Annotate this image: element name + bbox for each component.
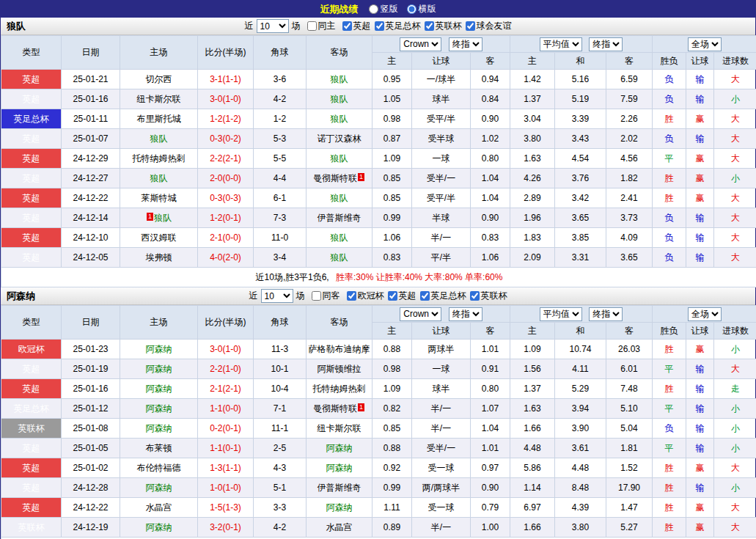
layout-radio[interactable]: [369, 4, 378, 14]
team-link[interactable]: 布伦特福德: [137, 463, 181, 473]
match-date: 24-12-19: [62, 518, 120, 538]
avg-final-select[interactable]: 终指: [589, 307, 623, 321]
team-link[interactable]: 狼队: [331, 153, 348, 164]
team-link[interactable]: 诺丁汉森林: [318, 133, 362, 144]
home-team: 阿森纳: [120, 399, 198, 419]
scope-select[interactable]: 全场: [688, 37, 722, 51]
avg-final-select[interactable]: 终指: [589, 37, 623, 51]
match-score[interactable]: 1-5(1-3): [198, 498, 254, 518]
league-filter[interactable]: 英联杯: [470, 290, 507, 302]
league-filter[interactable]: 英足总杯: [375, 20, 421, 32]
corner-count: 10-1: [254, 359, 307, 379]
match-score[interactable]: 3-0(1-0): [198, 340, 254, 359]
avg-source-select[interactable]: 平均值: [540, 307, 582, 321]
avg-source-select[interactable]: 平均值: [540, 37, 582, 51]
league-checkbox[interactable]: [420, 291, 430, 301]
match-score[interactable]: 1-3(1-1): [198, 458, 254, 478]
team-link[interactable]: 狼队: [331, 252, 348, 263]
team-link[interactable]: 西汉姆联: [142, 232, 177, 243]
league-checkbox[interactable]: [470, 291, 480, 301]
league-checkbox[interactable]: [375, 21, 384, 31]
league-filter[interactable]: 球会友谊: [466, 20, 512, 32]
match-score[interactable]: 2-2(2-1): [198, 149, 254, 169]
team-link[interactable]: 阿森纳: [326, 463, 353, 473]
match-score[interactable]: 3-0(1-0): [198, 89, 254, 109]
team-link[interactable]: 阿森纳: [146, 364, 172, 374]
match-score[interactable]: 2-2(1-0): [198, 359, 254, 379]
same-venue-checkbox[interactable]: [307, 21, 317, 31]
team-link[interactable]: 纽卡斯尔联: [137, 94, 181, 104]
team-link[interactable]: 纽卡斯尔联: [318, 423, 362, 433]
league-filter[interactable]: 欧冠杯: [347, 290, 384, 302]
match-score[interactable]: 1-0(1-0): [198, 478, 254, 498]
match-score[interactable]: 3-2(0-1): [198, 518, 254, 538]
match-count-select[interactable]: 10: [257, 19, 289, 33]
team-link[interactable]: 伊普斯维奇: [318, 213, 362, 223]
team-link[interactable]: 埃弗顿: [146, 252, 172, 263]
team-link[interactable]: 曼彻斯特联: [313, 173, 357, 183]
team-link[interactable]: 阿森纳: [326, 502, 353, 513]
league-checkbox[interactable]: [425, 21, 434, 31]
scope-select[interactable]: 全场: [688, 307, 722, 321]
team-link[interactable]: 狼队: [154, 213, 172, 223]
match-score[interactable]: 1-2(1-2): [198, 109, 254, 129]
team-link[interactable]: 托特纳姆热刺: [133, 153, 186, 164]
team-link[interactable]: 水晶宫: [146, 502, 172, 513]
layout-radio[interactable]: [407, 4, 416, 14]
league-checkbox[interactable]: [466, 21, 475, 31]
team-link[interactable]: 切尔西: [146, 74, 172, 84]
match-score[interactable]: 2-0(0-0): [198, 169, 254, 188]
odds-final-select[interactable]: 终指: [449, 37, 482, 51]
odds-source-select[interactable]: Crown: [400, 307, 441, 321]
team-link[interactable]: 阿森纳: [146, 384, 172, 394]
league-checkbox[interactable]: [342, 21, 352, 31]
team-link[interactable]: 阿森纳: [146, 344, 172, 354]
team-link[interactable]: 布莱顿: [146, 443, 172, 453]
odds-final-select[interactable]: 终指: [449, 307, 482, 321]
league-filter[interactable]: 英超: [342, 20, 371, 32]
team-link[interactable]: 阿斯顿维拉: [318, 364, 362, 374]
team-link[interactable]: 狼队: [331, 94, 348, 104]
league-checkbox[interactable]: [347, 291, 356, 301]
match-score[interactable]: 4-0(2-0): [198, 248, 254, 268]
team-link[interactable]: 布里斯托城: [137, 114, 181, 124]
league-filter[interactable]: 英足总杯: [420, 290, 466, 302]
league-filter[interactable]: 英联杯: [425, 20, 462, 32]
match-score[interactable]: 0-2(0-1): [198, 419, 254, 439]
team-link[interactable]: 阿森纳: [146, 423, 172, 433]
match-score[interactable]: 2-1(0-0): [198, 228, 254, 248]
team-link[interactable]: 阿森纳: [146, 483, 172, 493]
team-link[interactable]: 托特纳姆热刺: [313, 384, 366, 394]
col-goals: 进球数: [714, 53, 756, 70]
match-score[interactable]: 2-1(2-1): [198, 379, 254, 399]
team-link[interactable]: 莱斯特城: [142, 193, 177, 203]
team-link[interactable]: 阿森纳: [326, 443, 353, 453]
match-score[interactable]: 1-2(0-1): [198, 208, 254, 228]
team-link[interactable]: 狼队: [331, 74, 348, 84]
match-score[interactable]: 3-1(1-1): [198, 70, 254, 89]
team-link[interactable]: 狼队: [150, 133, 168, 144]
match-score[interactable]: 1-1(0-1): [198, 439, 254, 458]
team-link[interactable]: 狼队: [150, 173, 168, 183]
team-link[interactable]: 伊普斯维奇: [318, 483, 362, 493]
team-link[interactable]: 水晶宫: [326, 522, 353, 532]
match-count-select[interactable]: 10: [261, 289, 293, 303]
team-link[interactable]: 曼彻斯特联: [313, 403, 357, 414]
team-link[interactable]: 阿森纳: [146, 403, 172, 414]
team-link[interactable]: 萨格勒布迪纳摩: [309, 344, 370, 354]
layout-option[interactable]: 竖版: [369, 3, 398, 15]
league-filter[interactable]: 英超: [388, 290, 416, 302]
same-venue-checkbox[interactable]: [312, 291, 321, 301]
team-link[interactable]: 狼队: [331, 193, 348, 203]
match-score[interactable]: 1-1(0-0): [198, 399, 254, 419]
odds-source-select[interactable]: Crown: [400, 37, 441, 51]
team-link[interactable]: 阿森纳: [146, 522, 172, 532]
match-score[interactable]: 0-3(0-3): [198, 188, 254, 208]
team-link[interactable]: 狼队: [331, 114, 348, 124]
layout-option[interactable]: 横版: [407, 3, 436, 15]
same-venue-filter[interactable]: 同主: [307, 20, 336, 32]
team-link[interactable]: 狼队: [331, 232, 348, 243]
same-venue-filter[interactable]: 同客: [312, 290, 340, 302]
match-score[interactable]: 0-3(0-2): [198, 129, 254, 149]
league-checkbox[interactable]: [388, 291, 397, 301]
